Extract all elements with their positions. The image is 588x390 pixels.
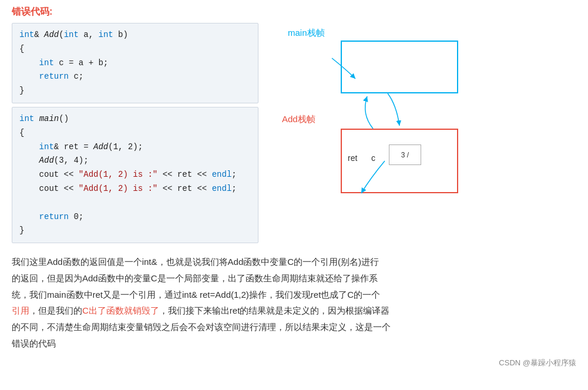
desc-line-5: 的不同，不清楚生命周期结束变量销毁之后会不会对该空间进行清理，所以结果未定义，这… [12,319,576,335]
desc-line-6: 错误的代码 [12,335,576,352]
c-label: c [371,153,375,163]
add-frame-label: Add栈帧 [282,114,315,125]
highlight-red-c: C出了函数就销毁了 [82,305,159,315]
desc-line-1: 我们这里Add函数的返回值是一个int&，也就是说我们将Add函数中变量C的一个… [12,254,576,270]
desc-line-2: 的返回，但是因为Add函数中的变量C是一个局部变量，出了函数生命周期结束就还给了… [12,270,576,287]
main-frame-box [341,41,458,93]
desc-line-3: 统，我们main函数中ret又是一个引用，通过int& ret=Add(1,2)… [12,287,576,303]
description-section: 我们这里Add函数的返回值是一个int&，也就是说我们将Add函数中变量C的一个… [12,254,576,352]
code-section: int& Add(int a, int b) { int c = a + b; … [12,23,258,243]
highlight-red-span: 引用 [12,305,29,315]
main-frame-label: main栈帧 [288,28,325,39]
watermark: CSDN @暴躁小程序猿 [12,358,576,368]
code-add-function: int& Add(int a, int b) { int c = a + b; … [12,23,258,103]
desc-line-4: 引用，但是我们的C出了函数就销毁了，我们接下来输出ret的结果就是未定义的，因为… [12,302,576,319]
error-label: 错误代码: [12,6,576,18]
diagram-section: main栈帧 Add栈帧 ret c 3 / [270,23,458,211]
code-main-function: int main() { int& ret = Add(1, 2); Add(3… [12,107,258,243]
add-frame-box: ret c 3 / [341,129,458,193]
ret-label: ret [348,153,357,163]
inner-value-box: 3 / [389,144,421,165]
